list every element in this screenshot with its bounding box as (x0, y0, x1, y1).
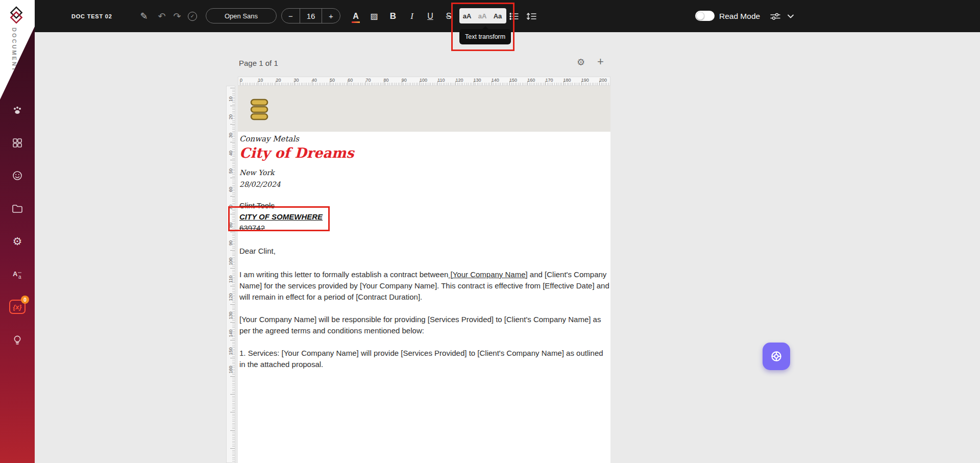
ruler-number: 90 (402, 78, 407, 83)
lowercase-button[interactable]: aA (475, 8, 490, 23)
bullet-list-button[interactable] (507, 0, 521, 32)
para1-underlined-text: [Your Company Name] (448, 270, 527, 279)
line-spacing-button[interactable] (525, 0, 538, 32)
highlight-button[interactable]: ▨ (368, 0, 381, 32)
check-circle-icon: ✓ (188, 12, 197, 21)
inserted-company-line[interactable]: CITY OF SOMEWHERE (239, 212, 323, 221)
ruler-number: 190 (581, 78, 589, 83)
letterhead-strip (238, 86, 610, 132)
salutation-line[interactable]: Dear Clint, (239, 247, 276, 255)
variables-label: {x} (13, 303, 21, 311)
paw-icon (11, 104, 23, 116)
ruler-number: 50 (330, 78, 335, 83)
font-size-stepper: − 16 + (281, 8, 340, 23)
sidebar-item-settings[interactable]: ⚙ (11, 235, 24, 248)
ruler-number: 30 (294, 78, 299, 83)
font-color-icon: A (353, 12, 359, 21)
capitalize-button[interactable]: Aa (490, 8, 505, 23)
ruler-number: 110 (437, 78, 445, 83)
font-size-decrease-button[interactable]: − (282, 9, 300, 23)
letter-paragraph-1[interactable]: I am writing this letter to formally est… (239, 269, 609, 303)
ruler-number: 140 (228, 329, 233, 337)
add-page-icon[interactable]: + (597, 55, 604, 68)
italic-button[interactable]: I (405, 0, 419, 32)
color-bar (352, 21, 360, 23)
sidebar-item-blocks[interactable] (11, 136, 24, 150)
help-fab-button[interactable] (763, 343, 790, 370)
sidebar-item-files[interactable] (11, 202, 24, 215)
strikethrough-button[interactable]: S (442, 0, 455, 32)
letter-paragraph-3[interactable]: 1. Services: [Your Company Name] will pr… (239, 348, 609, 370)
vertical-ruler: 102030405060708090100110120130140150160 (226, 86, 235, 463)
gear-icon: ⚙ (13, 235, 22, 248)
ruler-number: 160 (228, 365, 233, 374)
ruler-number: 60 (348, 78, 353, 83)
para1-text: I am writing this letter to formally est… (239, 270, 448, 279)
letter-date[interactable]: 28/02/2024 (239, 180, 281, 188)
ruler-number: 130 (474, 78, 481, 83)
ruler-number: 10 (258, 78, 263, 83)
ruler-number: 170 (545, 78, 553, 83)
face-icon (11, 169, 23, 182)
ruler-number: 40 (228, 149, 233, 157)
sidebar-item-variables[interactable]: {x} 0 (9, 300, 26, 314)
letterhead-company-name[interactable]: Conway Metals (239, 134, 299, 143)
font-family-select[interactable]: Open Sans (206, 8, 277, 23)
sidebar-item-translate[interactable]: A a (11, 268, 24, 281)
horizontal-ruler: 0102030405060708090100110120130140150160… (238, 77, 610, 86)
read-mode-label: Read Mode (719, 0, 760, 32)
ruler-number: 120 (455, 78, 463, 83)
text-transform-group: aA aA Aa (459, 8, 506, 23)
redo-icon[interactable]: ↷ (171, 0, 183, 32)
ruler-number: 160 (527, 78, 535, 83)
letter-paragraph-2[interactable]: [Your Company Name] will be responsible … (239, 314, 609, 336)
sliders-icon (770, 12, 780, 20)
ruler-number: 110 (228, 275, 233, 283)
uppercase-button[interactable]: aA (459, 8, 475, 23)
sidebar-item-ideas[interactable] (11, 333, 24, 347)
ruler-number: 10 (228, 95, 233, 103)
font-size-increase-button[interactable]: + (322, 9, 340, 23)
ruler-number: 0 (240, 78, 242, 83)
font-color-button[interactable]: A (349, 0, 362, 32)
underline-button[interactable]: U (424, 0, 437, 32)
letterhead-title[interactable]: City of Dreams (239, 145, 354, 161)
expand-menu-button[interactable] (784, 0, 797, 32)
left-sidebar: DOCUMENT ⚙ (0, 0, 35, 463)
app-logo-icon (8, 6, 25, 25)
ruler-number: 130 (228, 311, 233, 320)
lightbulb-icon (11, 334, 23, 346)
sidebar-item-persona[interactable] (11, 169, 24, 182)
edit-pencil-icon[interactable]: ✎ (138, 0, 150, 32)
top-toolbar: DOC TEST 02 ✎ ↶ ↷ ✓ Open Sans − 16 + A ▨… (35, 0, 980, 32)
document-page[interactable]: Conway Metals City of Dreams New York 28… (238, 86, 610, 463)
blocks-grid-icon (11, 137, 23, 149)
ruler-number: 30 (228, 131, 233, 139)
ruler-number: 60 (228, 185, 233, 193)
folder-icon (11, 202, 23, 214)
editor-canvas: Page 1 of 1 ⚙ + 010203040506070809010011… (35, 32, 980, 463)
ruler-number: 150 (228, 347, 233, 355)
page-settings-icon[interactable]: ⚙ (577, 57, 585, 68)
ruler-number: 80 (384, 78, 389, 83)
document-title: DOC TEST 02 (71, 0, 112, 32)
variables-badge: 0 (21, 296, 29, 304)
svg-text:a: a (18, 274, 21, 280)
ruler-number: 150 (509, 78, 517, 83)
ruler-number: 20 (276, 78, 281, 83)
ruler-number: 180 (564, 78, 571, 83)
removed-company-line[interactable]: Clint Tools (239, 201, 275, 210)
read-mode-toggle[interactable] (695, 11, 715, 21)
bold-button[interactable]: B (386, 0, 400, 32)
svg-text:A: A (13, 270, 18, 278)
letterhead-city[interactable]: New York (239, 168, 275, 177)
bullet-list-icon (509, 12, 519, 20)
approve-check-icon[interactable]: ✓ (188, 0, 197, 32)
font-size-value[interactable]: 16 (300, 9, 322, 23)
view-settings-button[interactable] (769, 0, 782, 32)
sidebar-item-paw[interactable] (11, 104, 24, 117)
removed-code-line[interactable]: 639742 (239, 224, 265, 232)
ruler-number: 70 (365, 78, 371, 83)
translate-icon: A a (11, 269, 23, 281)
undo-icon[interactable]: ↶ (156, 0, 168, 32)
